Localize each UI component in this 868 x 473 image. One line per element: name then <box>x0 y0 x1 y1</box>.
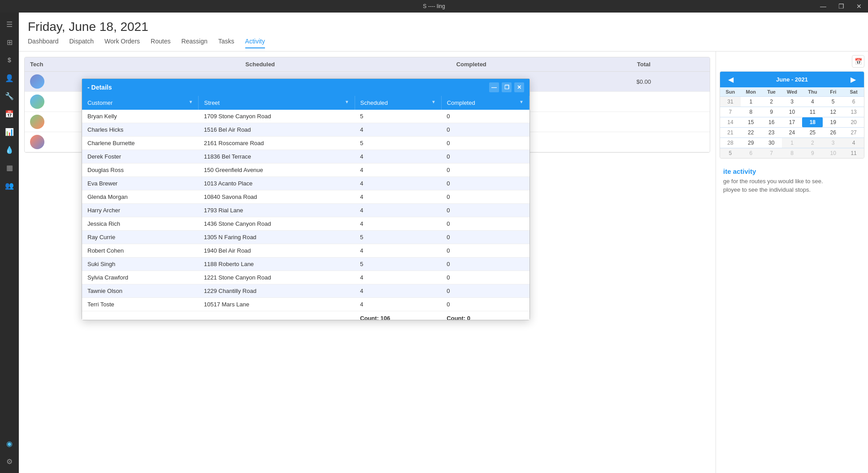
calendar-day[interactable]: 22 <box>741 128 761 138</box>
calendar-day[interactable]: 20 <box>843 117 864 127</box>
calendar-day[interactable]: 21 <box>720 128 741 138</box>
calendar-day[interactable]: 10 <box>782 107 803 117</box>
app-container: ☰ ⊞ $ 👤 🔧 📅 📊 💧 ▦ 👥 ◉ ⚙ Friday, June 18,… <box>0 13 868 473</box>
details-table-row[interactable]: Jessica Rich 1436 Stone Canyon Road 4 0 <box>82 217 529 231</box>
details-table-row[interactable]: Douglas Ross 150 Greenfield Avenue 4 0 <box>82 163 529 177</box>
tab-work-orders[interactable]: Work Orders <box>104 38 140 48</box>
calendar-day[interactable]: 1 <box>782 138 803 148</box>
sidebar-user-icon[interactable]: ◉ <box>1 435 17 452</box>
calendar-day[interactable]: 8 <box>741 107 761 117</box>
calendar-prev-btn[interactable]: ◀ <box>725 74 736 85</box>
calendar-day[interactable]: 5 <box>720 148 741 158</box>
details-table-row[interactable]: Bryan Kelly 1709 Stone Canyon Road 5 0 <box>82 110 529 123</box>
calendar-day[interactable]: 9 <box>802 148 823 158</box>
calendar-day[interactable]: 4 <box>802 97 823 107</box>
customer-filter-icon[interactable]: ▼ <box>188 99 193 104</box>
modal-minimize-btn[interactable]: — <box>489 82 499 92</box>
street-col-header: Street ▼ <box>199 96 355 110</box>
sidebar-wrench-icon[interactable]: 🔧 <box>1 88 17 104</box>
calendar-day[interactable]: 3 <box>823 138 843 148</box>
details-table-row[interactable]: Ray Currie 1305 N Faring Road 5 0 <box>82 231 529 244</box>
completed-filter-icon[interactable]: ▼ <box>519 99 524 104</box>
calendar-day[interactable]: 2 <box>802 138 823 148</box>
calendar-day[interactable]: 27 <box>843 128 864 138</box>
sidebar-chart-icon[interactable]: 📊 <box>1 124 17 140</box>
sidebar-calendar-icon[interactable]: 📅 <box>1 106 17 122</box>
calendar-next-btn[interactable]: ▶ <box>848 74 859 85</box>
sidebar-person-icon[interactable]: 👤 <box>1 70 17 86</box>
completed-value-cell: 0 <box>441 284 529 298</box>
customer-cell: Terri Toste <box>82 298 199 311</box>
calendar-day[interactable]: 7 <box>720 107 741 117</box>
sidebar-settings-icon[interactable]: ⚙ <box>1 453 17 469</box>
calendar-day[interactable]: 6 <box>741 148 761 158</box>
details-table-row[interactable]: Terri Toste 10517 Mars Lane 4 0 <box>82 298 529 311</box>
calendar-day[interactable]: 31 <box>720 97 741 107</box>
title-bar: S ---- ling — ❐ ✕ <box>0 0 868 13</box>
details-table-row[interactable]: Sylvia Crawford 1221 Stone Canyon Road 4… <box>82 271 529 284</box>
calendar-week: 14151617181920 <box>720 117 864 127</box>
calendar-day[interactable]: 5 <box>823 97 843 107</box>
modal-close-btn[interactable]: ✕ <box>514 82 524 92</box>
details-table-row[interactable]: Robert Cohen 1940 Bel Air Road 4 0 <box>82 244 529 258</box>
calendar-day[interactable]: 17 <box>782 117 803 127</box>
calendar-day[interactable]: 26 <box>823 128 843 138</box>
calendar-day[interactable]: 28 <box>720 138 741 148</box>
details-table-row[interactable]: Tawnie Olson 1229 Chantilly Road 4 0 <box>82 284 529 298</box>
tab-dashboard[interactable]: Dashboard <box>28 38 59 48</box>
calendar-day[interactable]: 11 <box>802 107 823 117</box>
tab-reassign[interactable]: Reassign <box>181 38 207 48</box>
street-filter-icon[interactable]: ▼ <box>345 99 349 104</box>
calendar-day[interactable]: 13 <box>843 107 864 117</box>
calendar-day[interactable]: 9 <box>761 107 782 117</box>
minimize-button[interactable]: — <box>814 0 832 13</box>
details-table-row[interactable]: Charles Hicks 1516 Bel Air Road 4 0 <box>82 123 529 137</box>
sidebar-grid-icon[interactable]: ▦ <box>1 159 17 176</box>
details-table-row[interactable]: Charlene Burnette 2161 Roscomare Road 5 … <box>82 137 529 150</box>
calendar-day[interactable]: 2 <box>761 97 782 107</box>
calendar-day[interactable]: 14 <box>720 117 741 127</box>
details-table-row[interactable]: Glenda Morgan 10840 Savona Road 4 0 <box>82 190 529 204</box>
calendar-toggle-btn[interactable]: 📅 <box>852 55 864 68</box>
calendar-day[interactable]: 29 <box>741 138 761 148</box>
tech-avatar <box>30 135 44 149</box>
sidebar-billing-icon[interactable]: $ <box>1 52 17 68</box>
calendar-day[interactable]: 4 <box>843 138 864 148</box>
sidebar-bottom: ◉ ⚙ <box>1 435 17 469</box>
calendar-day[interactable]: 12 <box>823 107 843 117</box>
calendar-day[interactable]: 3 <box>782 97 803 107</box>
tab-tasks[interactable]: Tasks <box>218 38 234 48</box>
calendar-day[interactable]: 16 <box>761 117 782 127</box>
calendar-day[interactable]: 8 <box>782 148 803 158</box>
calendar-day[interactable]: 19 <box>823 117 843 127</box>
sidebar: ☰ ⊞ $ 👤 🔧 📅 📊 💧 ▦ 👥 ◉ ⚙ <box>0 13 19 473</box>
calendar-day[interactable]: 23 <box>761 128 782 138</box>
calendar-day[interactable]: 10 <box>823 148 843 158</box>
sidebar-group-icon[interactable]: 👥 <box>1 177 17 194</box>
close-button[interactable]: ✕ <box>850 0 868 13</box>
details-table-row[interactable]: Derek Foster 11836 Bel Terrace 4 0 <box>82 150 529 163</box>
modal-restore-btn[interactable]: ❐ <box>502 82 512 92</box>
tab-dispatch[interactable]: Dispatch <box>69 38 94 48</box>
street-cell: 2161 Roscomare Road <box>199 137 355 150</box>
calendar-day[interactable]: 25 <box>802 128 823 138</box>
street-cell: 1516 Bel Air Road <box>199 123 355 137</box>
sidebar-menu-icon[interactable]: ☰ <box>1 16 17 32</box>
calendar-day[interactable]: 24 <box>782 128 803 138</box>
calendar-day[interactable]: 18 <box>802 117 823 127</box>
calendar-day[interactable]: 1 <box>741 97 761 107</box>
sidebar-droplet-icon[interactable]: 💧 <box>1 142 17 158</box>
details-table-row[interactable]: Harry Archer 1793 Rial Lane 4 0 <box>82 204 529 217</box>
calendar-day[interactable]: 11 <box>843 148 864 158</box>
restore-button[interactable]: ❐ <box>832 0 850 13</box>
calendar-day[interactable]: 7 <box>761 148 782 158</box>
tab-activity[interactable]: Activity <box>245 38 265 48</box>
scheduled-filter-icon[interactable]: ▼ <box>431 99 436 104</box>
sidebar-dashboard-icon[interactable]: ⊞ <box>1 34 17 50</box>
calendar-day[interactable]: 30 <box>761 138 782 148</box>
details-table-row[interactable]: Suki Singh 1188 Roberto Lane 5 0 <box>82 258 529 271</box>
tab-routes[interactable]: Routes <box>151 38 170 48</box>
calendar-day[interactable]: 6 <box>843 97 864 107</box>
details-table-row[interactable]: Eva Brewer 1013 Acanto Place 4 0 <box>82 177 529 190</box>
calendar-day[interactable]: 15 <box>741 117 761 127</box>
